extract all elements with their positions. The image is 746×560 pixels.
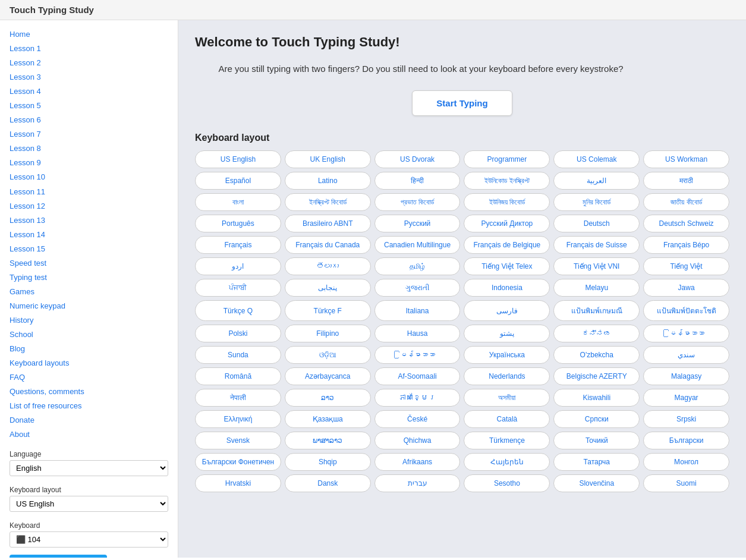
layout-btn[interactable]: Latino: [285, 172, 371, 190]
sidebar-link-home[interactable]: Home: [10, 27, 168, 42]
sidebar-link-school[interactable]: School: [10, 328, 168, 342]
layout-btn[interactable]: Srpski: [643, 410, 729, 428]
layout-btn[interactable]: العربية: [553, 172, 640, 190]
layout-btn[interactable]: Dansk: [285, 474, 371, 492]
layout-btn[interactable]: Русский Диктор: [464, 215, 550, 232]
sidebar-link-lesson-2[interactable]: Lesson 2: [10, 56, 168, 70]
layout-btn[interactable]: Français du Canada: [285, 236, 371, 254]
sidebar-link-games[interactable]: Games: [10, 285, 168, 299]
layout-btn[interactable]: মুনির কিবোর্ড: [553, 193, 640, 211]
layout-btn[interactable]: US English: [195, 150, 281, 168]
layout-btn[interactable]: Français de Belgique: [464, 236, 550, 254]
layout-btn[interactable]: Suomi: [643, 474, 729, 492]
layout-btn[interactable]: हिन्दी: [374, 172, 461, 190]
layout-btn[interactable]: Hausa: [374, 325, 461, 342]
layout-btn[interactable]: Català: [464, 410, 550, 428]
layout-btn[interactable]: Hrvatski: [195, 474, 281, 492]
layout-btn[interactable]: ইউনিজয় কিবোর্ড: [464, 193, 550, 211]
sidebar-link-lesson-14[interactable]: Lesson 14: [10, 228, 168, 242]
layout-btn[interactable]: Qhichwa: [374, 432, 461, 449]
layout-btn[interactable]: Français Bépo: [643, 236, 729, 254]
layout-btn[interactable]: Azərbaycanca: [285, 367, 371, 385]
keyboard-select[interactable]: ⬛ 104105Custom: [10, 531, 168, 548]
layout-btn[interactable]: Slovenčina: [553, 474, 640, 492]
layout-btn[interactable]: తెలుగు: [285, 257, 371, 275]
layout-btn[interactable]: Română: [195, 367, 281, 385]
layout-btn[interactable]: Programmer: [464, 150, 550, 168]
layout-btn[interactable]: Français: [195, 236, 281, 254]
start-typing-button[interactable]: Start Typing: [412, 90, 512, 116]
layout-btn[interactable]: Ελληνική: [195, 410, 281, 428]
sidebar-link-donate[interactable]: Donate: [10, 413, 168, 427]
layout-btn[interactable]: Magyar: [643, 389, 729, 407]
sidebar-link-typing-test[interactable]: Typing test: [10, 270, 168, 285]
layout-btn[interactable]: Italiana: [374, 300, 461, 321]
layout-btn[interactable]: Deutsch: [553, 215, 640, 232]
layout-btn[interactable]: Français de Suisse: [553, 236, 640, 254]
layout-btn[interactable]: Монгол: [643, 453, 729, 471]
sidebar-link-blog[interactable]: Blog: [10, 342, 168, 356]
layout-btn[interactable]: Tiếng Việt VNI: [553, 257, 640, 275]
layout-btn[interactable]: Русский: [374, 215, 461, 232]
layout-btn[interactable]: سندي: [643, 346, 729, 364]
sidebar-link-lesson-13[interactable]: Lesson 13: [10, 213, 168, 228]
layout-btn[interactable]: US Colemak: [553, 150, 640, 168]
layout-btn[interactable]: Nederlands: [464, 367, 550, 385]
sidebar-link-lesson-6[interactable]: Lesson 6: [10, 113, 168, 127]
layout-btn[interactable]: اردو: [195, 257, 281, 275]
layout-btn[interactable]: US Workman: [643, 150, 729, 168]
sidebar-link-lesson-10[interactable]: Lesson 10: [10, 170, 168, 184]
sidebar-link-history[interactable]: History: [10, 313, 168, 328]
layout-btn[interactable]: Türkçe Q: [195, 300, 281, 321]
layout-btn[interactable]: ইনস্ক্রিপ্ট কিবোর্ড: [285, 193, 371, 211]
layout-btn[interactable]: தமிழ்: [374, 257, 461, 275]
layout-btn[interactable]: پنجابی: [285, 279, 371, 297]
layout-btn[interactable]: Հայերեն: [464, 453, 550, 471]
layout-btn[interactable]: Точикй: [553, 432, 640, 449]
sidebar-link-lesson-12[interactable]: Lesson 12: [10, 199, 168, 213]
layout-btn[interactable]: မြန်မာဘာသာ: [643, 325, 729, 342]
layout-btn[interactable]: České: [374, 410, 461, 428]
sidebar-link-questions-comments[interactable]: Questions, comments: [10, 385, 168, 399]
layout-btn[interactable]: ইউনিকোড ইনস্ক্রিপ্ট: [464, 172, 550, 190]
layout-btn[interactable]: UK English: [285, 150, 371, 168]
sidebar-link-lesson-7[interactable]: Lesson 7: [10, 127, 168, 141]
sidebar-link-lesson-1[interactable]: Lesson 1: [10, 42, 168, 56]
layout-btn[interactable]: জাতীয় কীবোর্ড: [643, 193, 729, 211]
layout-btn[interactable]: Afrikaans: [374, 453, 461, 471]
layout-btn[interactable]: मराठी: [643, 172, 729, 190]
layout-btn[interactable]: Español: [195, 172, 281, 190]
layout-btn[interactable]: ភាសាខ្មែរ: [374, 389, 461, 407]
layout-btn[interactable]: Jawa: [643, 279, 729, 297]
layout-btn[interactable]: ພາສາລາວ: [285, 432, 371, 449]
sidebar-link-lesson-4[interactable]: Lesson 4: [10, 84, 168, 99]
layout-btn[interactable]: Indonesia: [464, 279, 550, 297]
layout-btn[interactable]: แป้นพิมพ์ปัตตะโชติ: [643, 300, 729, 321]
layout-btn[interactable]: ಕನ್ನಡ: [553, 325, 640, 342]
layout-btn[interactable]: Kiswahili: [553, 389, 640, 407]
layout-btn[interactable]: Српски: [553, 410, 640, 428]
language-select[interactable]: EnglishSpanishFrenchGermanPortugueseRuss…: [10, 460, 168, 476]
layout-btn[interactable]: Brasileiro ABNT: [285, 215, 371, 232]
layout-btn[interactable]: Български Фонетичен: [195, 453, 281, 471]
layout-btn[interactable]: ਪੰਜਾਬੀ: [195, 279, 281, 297]
sidebar-link-about[interactable]: About: [10, 427, 168, 442]
keyboard-layout-select[interactable]: US EnglishUK EnglishUS DvorakProgrammerU…: [10, 496, 168, 512]
layout-btn[interactable]: Polski: [195, 325, 281, 342]
sidebar-link-speed-test[interactable]: Speed test: [10, 256, 168, 270]
layout-btn[interactable]: O'zbekcha: [553, 346, 640, 364]
layout-btn[interactable]: Tiếng Việt: [643, 257, 729, 275]
sidebar-link-lesson-9[interactable]: Lesson 9: [10, 156, 168, 170]
layout-btn[interactable]: US Dvorak: [374, 150, 461, 168]
layout-btn[interactable]: Türkçe F: [285, 300, 371, 321]
layout-btn[interactable]: แป้นพิมพ์เกษมณี: [553, 300, 640, 321]
sidebar-link-lesson-15[interactable]: Lesson 15: [10, 242, 168, 256]
layout-btn[interactable]: မြန်မာဘာသာ: [374, 346, 461, 364]
sidebar-link-faq[interactable]: FAQ: [10, 370, 168, 385]
layout-btn[interactable]: Shqip: [285, 453, 371, 471]
layout-btn[interactable]: Türkmençe: [464, 432, 550, 449]
layout-btn[interactable]: Belgische AZERTY: [553, 367, 640, 385]
layout-btn[interactable]: প্রভাত কিবোর্ড: [374, 193, 461, 211]
layout-btn[interactable]: Af-Soomaali: [374, 367, 461, 385]
layout-btn[interactable]: עברית: [374, 474, 461, 492]
